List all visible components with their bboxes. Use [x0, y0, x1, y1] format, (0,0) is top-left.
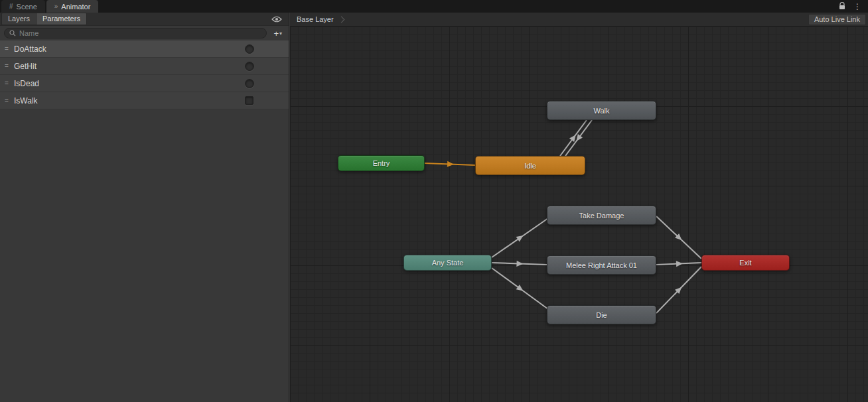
chevron-down-icon: ▾: [279, 31, 282, 36]
state-node-label: Idle: [524, 162, 536, 170]
parameter-name: DoAttack: [14, 44, 245, 54]
parameter-row[interactable]: =IsWalk: [0, 92, 289, 109]
search-box[interactable]: [4, 28, 267, 38]
drag-handle-icon[interactable]: =: [3, 45, 11, 52]
transition-arrow-icon: [569, 135, 576, 142]
transition-arrow-icon: [447, 161, 454, 167]
drag-handle-icon[interactable]: =: [3, 97, 11, 104]
kebab-menu-icon[interactable]: ⋮: [853, 3, 861, 11]
auto-live-link-button[interactable]: Auto Live Link: [808, 14, 866, 25]
chevron-right-icon: [338, 16, 344, 23]
plus-icon: +: [273, 29, 279, 38]
state-node-entry[interactable]: Entry: [338, 155, 425, 171]
window-tab-bar: # Scene » Animator ⋮: [0, 0, 868, 13]
tab-layers[interactable]: Layers: [1, 13, 36, 25]
transition-arrow-icon: [676, 261, 683, 267]
tab-parameters[interactable]: Parameters: [36, 13, 87, 25]
state-node-label: Walk: [593, 107, 609, 115]
parameter-name: IsDead: [14, 79, 245, 88]
transition-arrow-icon: [516, 261, 523, 267]
parameter-row[interactable]: =DoAttack: [0, 40, 289, 58]
trigger-radio[interactable]: [245, 79, 254, 88]
trigger-radio[interactable]: [245, 44, 254, 54]
animator-window: # Scene » Animator ⋮ Layers Parameters: [0, 0, 868, 402]
search-icon: [9, 27, 16, 39]
window-controls: ⋮: [839, 0, 868, 13]
tab-scene[interactable]: # Scene: [1, 0, 45, 13]
bool-checkbox[interactable]: [245, 96, 253, 105]
parameter-row[interactable]: =IsDead: [0, 75, 289, 92]
tab-animator-label: Animator: [61, 3, 90, 11]
state-node-label: Take Damage: [579, 212, 624, 220]
lock-icon[interactable]: [839, 1, 845, 13]
state-node-label: Exit: [739, 259, 751, 267]
parameter-name: GetHit: [14, 62, 245, 71]
transition-arrow-icon: [576, 134, 583, 141]
search-input[interactable]: [19, 29, 261, 37]
transition-arrow-icon: [516, 235, 524, 241]
parameter-list: =DoAttack=GetHit=IsDead=IsWalk: [0, 40, 289, 109]
parameters-panel: Layers Parameters + ▾ =DoAttack=GetHit=I…: [0, 13, 289, 402]
scene-grid-icon: #: [9, 3, 13, 10]
trigger-radio[interactable]: [245, 62, 254, 71]
tab-animator[interactable]: » Animator: [46, 0, 99, 13]
state-node-melee-right-attack-01[interactable]: Melee Right Attack 01: [547, 255, 656, 275]
tab-scene-label: Scene: [17, 3, 37, 11]
graph-toolbar: Base Layer Auto Live Link: [290, 13, 868, 27]
graph-canvas[interactable]: WalkEntryIdleTake DamageAny StateMelee R…: [290, 27, 868, 402]
state-node-take-damage[interactable]: Take Damage: [547, 206, 656, 225]
transition-arrow-icon: [516, 285, 524, 291]
state-node-label: Melee Right Attack 01: [566, 261, 637, 269]
state-node-idle[interactable]: Idle: [475, 156, 585, 175]
parameter-name: IsWalk: [14, 96, 245, 105]
add-parameter-button[interactable]: + ▾: [271, 29, 285, 38]
breadcrumb-label: Base Layer: [297, 15, 334, 23]
eye-icon[interactable]: [271, 16, 282, 23]
state-node-label: Die: [596, 311, 607, 319]
parameter-row[interactable]: =GetHit: [0, 58, 289, 75]
state-node-any-state[interactable]: Any State: [403, 255, 492, 271]
state-node-die[interactable]: Die: [547, 305, 656, 324]
state-node-exit[interactable]: Exit: [701, 255, 790, 271]
animator-icon: »: [54, 3, 58, 10]
drag-handle-icon[interactable]: =: [3, 62, 11, 70]
search-row: + ▾: [0, 26, 289, 40]
drag-handle-icon[interactable]: =: [3, 80, 11, 87]
breadcrumb[interactable]: Base Layer: [290, 15, 348, 23]
state-node-walk[interactable]: Walk: [547, 101, 656, 120]
state-node-label: Entry: [373, 159, 390, 167]
graph-panel: Base Layer Auto Live Link WalkEntryIdleT…: [290, 13, 868, 402]
layers-parameters-toolbar: Layers Parameters: [0, 13, 289, 26]
state-node-label: Any State: [432, 259, 464, 267]
